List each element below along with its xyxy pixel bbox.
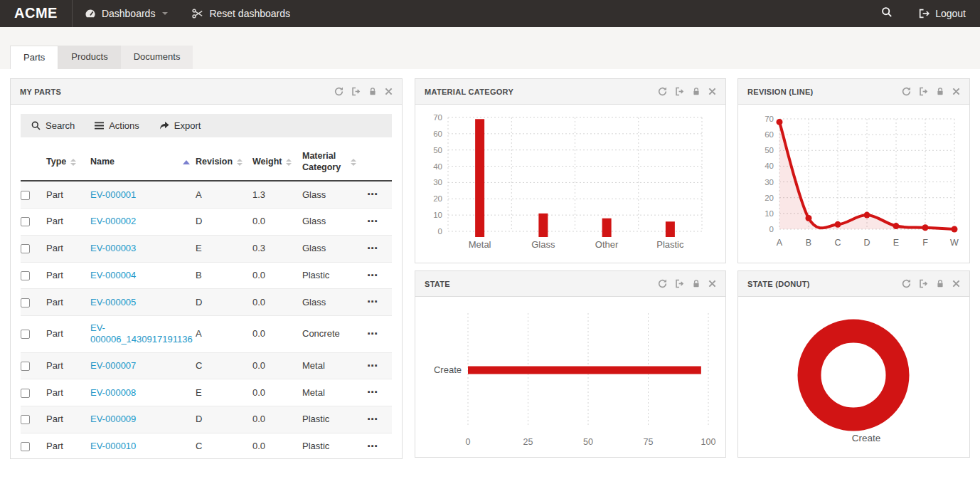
table-row: PartEV-000008E0.0Metal⋯ <box>21 379 392 406</box>
row-checkbox[interactable] <box>21 442 30 451</box>
part-link[interactable]: EV-000004 <box>90 270 136 280</box>
row-actions-menu[interactable]: ⋯ <box>367 242 378 254</box>
cell-revision: E <box>196 235 252 262</box>
table-row: PartEV-000005D0.0Glass⋯ <box>21 289 392 316</box>
cell-weight: 1.3 <box>252 181 302 208</box>
lock-icon[interactable] <box>936 279 944 288</box>
svg-text:30: 30 <box>433 178 442 186</box>
nav-reset-dashboards[interactable]: Reset dashboards <box>180 0 302 27</box>
refresh-icon[interactable] <box>658 279 667 288</box>
part-link[interactable]: EV-000001 <box>90 189 136 200</box>
row-actions-menu[interactable]: ⋯ <box>367 188 378 200</box>
lock-icon[interactable] <box>692 279 701 288</box>
column-header-name[interactable]: Name <box>90 144 196 181</box>
row-actions-menu[interactable]: ⋯ <box>367 215 378 227</box>
logout-button[interactable]: Logout <box>907 0 980 27</box>
lock-icon[interactable] <box>936 87 944 96</box>
svg-text:10: 10 <box>433 211 442 219</box>
refresh-icon[interactable] <box>902 87 911 96</box>
row-checkbox[interactable] <box>21 415 30 424</box>
close-icon[interactable] <box>952 280 960 288</box>
cell-type: Part <box>46 352 90 379</box>
table-row: PartEV-000010C0.0Plastic⋯ <box>21 433 392 458</box>
table-row: PartEV-000001A1.3Glass⋯ <box>21 181 392 208</box>
refresh-icon[interactable] <box>334 87 343 96</box>
sort-icon <box>286 159 292 166</box>
popout-icon[interactable] <box>919 279 928 288</box>
row-actions-menu[interactable]: ⋯ <box>367 295 378 307</box>
row-checkbox[interactable] <box>21 298 30 307</box>
row-checkbox[interactable] <box>21 191 30 200</box>
brand-logo[interactable]: ACME <box>0 0 73 27</box>
popout-icon[interactable] <box>351 87 361 96</box>
panel-header: STATE <box>415 271 725 297</box>
cell-weight: 0.3 <box>252 235 302 262</box>
popout-icon[interactable] <box>919 87 928 96</box>
table-row: PartEV-000004B0.0Plastic⋯ <box>21 262 392 289</box>
row-actions-menu[interactable]: ⋯ <box>367 327 378 340</box>
part-link[interactable]: EV-000008 <box>90 387 136 398</box>
column-header-type[interactable]: Type <box>46 144 90 181</box>
close-icon[interactable] <box>952 88 960 95</box>
close-icon[interactable] <box>708 88 716 95</box>
search-button[interactable]: Search <box>31 120 75 131</box>
column-header-revision[interactable]: Revision <box>196 144 252 181</box>
column-header-material-category[interactable]: Material Category <box>302 144 367 181</box>
my-parts-panel: MY PARTS Search Actions E <box>10 78 403 459</box>
tab-documents[interactable]: Documents <box>121 46 193 69</box>
row-checkbox[interactable] <box>21 244 30 253</box>
refresh-icon[interactable] <box>902 279 911 288</box>
part-link[interactable]: EV-000010 <box>90 441 136 451</box>
nav-dashboards[interactable]: Dashboards <box>73 0 181 27</box>
cell-revision: C <box>196 433 252 458</box>
row-actions-menu[interactable]: ⋯ <box>367 413 378 425</box>
part-link[interactable]: EV-000005 <box>90 297 136 307</box>
revision-line-chart: 010203040506070ABCDEFW <box>738 105 969 263</box>
nav-dashboards-label: Dashboards <box>102 8 156 19</box>
lock-icon[interactable] <box>368 87 377 96</box>
popout-icon[interactable] <box>675 87 684 96</box>
row-checkbox[interactable] <box>21 217 30 226</box>
part-link[interactable]: EV-000007 <box>90 360 136 371</box>
search-button[interactable] <box>867 0 907 27</box>
svg-text:70: 70 <box>433 113 442 122</box>
refresh-icon[interactable] <box>658 87 667 96</box>
column-header-weight[interactable]: Weight <box>252 144 302 181</box>
actions-label: Actions <box>109 120 139 131</box>
lock-icon[interactable] <box>692 87 701 96</box>
cell-weight: 0.0 <box>252 379 302 406</box>
row-actions-menu[interactable]: ⋯ <box>367 269 378 281</box>
row-actions-menu[interactable]: ⋯ <box>367 359 378 372</box>
sort-icon <box>351 159 356 166</box>
row-actions-menu[interactable]: ⋯ <box>367 440 378 452</box>
close-icon[interactable] <box>385 88 393 95</box>
part-link[interactable]: EV-000002 <box>90 216 136 226</box>
tab-parts[interactable]: Parts <box>10 46 58 69</box>
svg-text:0: 0 <box>438 227 442 236</box>
svg-text:F: F <box>922 238 928 248</box>
tab-products[interactable]: Products <box>58 46 120 69</box>
cell-revision: D <box>196 406 252 433</box>
part-link[interactable]: EV-000009 <box>90 414 136 424</box>
row-checkbox[interactable] <box>21 389 30 398</box>
cell-material: Glass <box>302 209 367 236</box>
part-link[interactable]: EV-000003 <box>90 243 136 253</box>
popout-icon[interactable] <box>675 279 684 288</box>
row-checkbox[interactable] <box>21 330 30 339</box>
svg-text:50: 50 <box>583 437 593 447</box>
cell-type: Part <box>46 433 90 458</box>
cell-type: Part <box>46 289 90 316</box>
logout-label: Logout <box>935 8 966 19</box>
row-checkbox[interactable] <box>21 271 30 280</box>
table-row: PartEV-000002D0.0Glass⋯ <box>21 209 392 236</box>
svg-text:Create: Create <box>434 364 462 375</box>
cell-material: Plastic <box>302 406 367 433</box>
close-icon[interactable] <box>708 280 716 288</box>
actions-button[interactable]: Actions <box>95 120 139 131</box>
cell-name: EV-000010 <box>90 433 196 458</box>
row-checkbox[interactable] <box>21 362 30 371</box>
row-actions-menu[interactable]: ⋯ <box>367 386 378 398</box>
part-link[interactable]: EV-000006_1430917191136 <box>90 322 193 345</box>
cell-name: EV-000008 <box>90 379 196 406</box>
export-button[interactable]: Export <box>159 120 201 131</box>
